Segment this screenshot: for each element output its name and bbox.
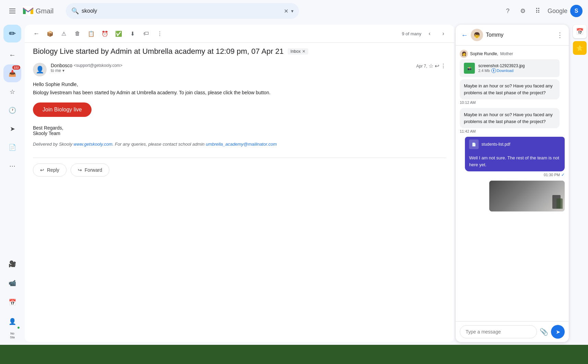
search-input[interactable] [82, 8, 281, 14]
settings-button[interactable]: ⚙ [516, 4, 530, 18]
toolbar-more-icon: ⋮ [157, 31, 163, 37]
delete-icon: 🗑 [75, 31, 80, 37]
toolbar-more-button[interactable]: ⋮ [154, 27, 166, 40]
nav-calendar[interactable]: 📅 [3, 293, 21, 311]
yellow-icon: ⭐ [576, 45, 583, 51]
toolbar-task-button[interactable]: ✅ [112, 27, 125, 40]
compose-button[interactable]: ✏ [3, 25, 21, 43]
pagination-next-button[interactable]: › [438, 28, 449, 39]
task-icon: ✅ [115, 31, 122, 37]
admin-email-link[interactable]: umbrella_academy@mailinator.com [206, 142, 277, 147]
toolbar-snooze-button[interactable]: ⏰ [99, 27, 111, 40]
sent-attachment-name: students-list.pdf [481, 142, 510, 147]
contacts-icon: 👤 [9, 318, 16, 325]
star-icon: ☆ [10, 88, 15, 96]
chat-more-button[interactable]: ⋮ [556, 31, 563, 39]
inbox-icon: 📥 [9, 70, 16, 77]
message-sent-image [489, 181, 565, 211]
toolbar-archive-button[interactable]: 📦 [44, 27, 56, 40]
inbox-badge-close[interactable]: ✕ [302, 49, 305, 54]
message-received-2: Maybe in an hour or so? Have you faced a… [460, 108, 560, 133]
search-clear-icon[interactable]: ✕ [284, 8, 288, 14]
msg-bubble-2: Maybe in an hour or so? Have you faced a… [460, 108, 560, 128]
sender-email: <support@getskooly.com> [74, 63, 122, 68]
compose-icon: ✏ [9, 29, 16, 38]
sent-msg-bubble: Well I am not sure. The rest of the team… [465, 152, 565, 171]
msg-bubble-1: Maybe in an hour or so? Have you faced a… [460, 79, 560, 99]
nav-drafts[interactable]: 📄 [3, 138, 21, 156]
archive-icon: 📦 [47, 31, 53, 37]
inbox-badge: Inbox ✕ [288, 48, 308, 54]
snooze-icon: ⏰ [101, 31, 108, 37]
chat-back-button[interactable]: ← [461, 31, 468, 39]
help-button[interactable]: ? [501, 4, 515, 18]
nav-sent[interactable]: ➤ [3, 120, 21, 138]
chat-contact-name: Tommy [486, 32, 554, 38]
search-bar: 🔍 ✕ ▾ [66, 3, 299, 19]
email-star-button[interactable]: ☆ [429, 63, 433, 69]
right-sidebar-yellow[interactable]: ⭐ [573, 41, 587, 55]
message-sent-1: 📄 students-list.pdf Well I am not sure. … [465, 137, 565, 177]
attachment-size-1: 2.4 Mb [478, 69, 490, 73]
sent-time-1: 01:30 PM [544, 173, 560, 177]
email-date: Apr 7, [416, 64, 427, 69]
join-biology-button[interactable]: Join Biology live [33, 102, 92, 117]
gmail-logo: Gmail [22, 6, 63, 16]
search-icon: 🔍 [71, 7, 79, 15]
back-icon: ← [9, 51, 16, 59]
msg-time-1: 10:12 AM [460, 100, 560, 105]
toolbar-label-button[interactable]: 🏷 [140, 27, 152, 40]
sent-icon: ➤ [10, 125, 15, 133]
toolbar-delete-button[interactable]: 🗑 [71, 27, 84, 40]
more-icon: ⋯ [9, 162, 15, 170]
apps-button[interactable]: ⠿ [531, 4, 545, 18]
toolbar-spam-button[interactable]: ⚠ [58, 27, 70, 40]
pagination-prev-button[interactable]: ‹ [424, 28, 435, 39]
chat-message-input[interactable] [460, 325, 537, 338]
toolbar-back-button[interactable]: ← [30, 27, 43, 40]
toolbar-save-button[interactable]: ⬇ [126, 27, 139, 40]
message-received-1: 👩 Sophie Rundle, Mother 📸 screenshot-129… [460, 50, 560, 105]
nav-more[interactable]: ⋯ [3, 157, 21, 175]
spam-icon: ⚠ [61, 31, 66, 37]
download-link-1[interactable]: ⬇ Download [491, 68, 514, 73]
drafts-icon: 📄 [9, 144, 16, 151]
user-avatar[interactable]: S [570, 5, 583, 17]
search-dropdown-icon[interactable]: ▾ [291, 8, 293, 14]
email-reply-icon-button[interactable]: ↩ [435, 63, 439, 69]
email-footer: Delivered by Skooly www.getskooly.com. F… [33, 142, 446, 147]
no-sta-label: No Sta [10, 332, 15, 339]
video-icon: 📹 [9, 279, 16, 287]
attachment-icon-1: 📸 [464, 63, 475, 74]
save-icon: ⬇ [130, 31, 135, 37]
move-icon: 📋 [88, 31, 95, 37]
skooly-link[interactable]: www.getskooly.com [74, 142, 112, 147]
nav-inbox[interactable]: 📥 222 [3, 64, 21, 82]
calendar-sidebar-icon: 📅 [576, 28, 584, 35]
sent-attachment-icon: 📄 [469, 139, 479, 149]
nav-contacts[interactable]: 👤 [3, 313, 21, 330]
reply-button[interactable]: ↩ Reply [33, 163, 67, 177]
label-icon: 🏷 [143, 31, 149, 37]
chat-contact-avatar: 👦 [471, 29, 483, 41]
nav-meet[interactable]: 🎥 [3, 255, 21, 273]
email-more-button[interactable]: ⋮ [441, 63, 446, 69]
email-content: Hello Sophie Rundle, Biology livestream … [33, 81, 446, 97]
sender-avatar: 👤 [33, 63, 47, 76]
nav-back[interactable]: ← [3, 46, 21, 64]
nav-video[interactable]: 📹 [3, 274, 21, 292]
email-signature: Best Regards, Skooly Team [33, 125, 446, 136]
msg-time-2: 11:42 AM [460, 129, 560, 133]
sent-check-1: ✓ [561, 172, 565, 177]
right-sidebar-calendar[interactable]: 📅 [573, 25, 587, 38]
meet-icon: 🎥 [9, 260, 16, 268]
forward-button[interactable]: ↪ Forward [71, 163, 109, 177]
nav-snoozed[interactable]: 🕐 [3, 101, 21, 119]
google-text: Google [548, 8, 567, 15]
chat-attach-button[interactable]: 📎 [540, 328, 548, 336]
toolbar-move-button[interactable]: 📋 [85, 27, 97, 40]
nav-starred[interactable]: ☆ [3, 83, 21, 101]
chat-send-button[interactable]: ➤ [551, 325, 565, 339]
expand-recipients-icon[interactable]: ▾ [62, 68, 64, 73]
hamburger-button[interactable] [5, 4, 19, 18]
